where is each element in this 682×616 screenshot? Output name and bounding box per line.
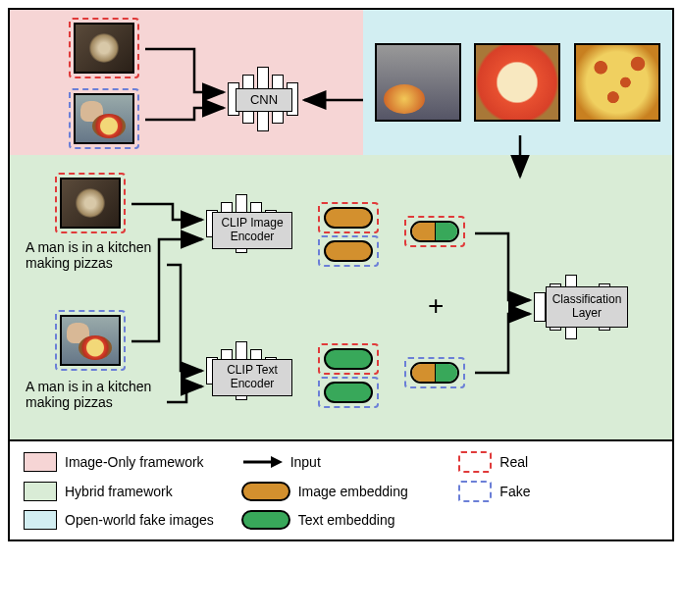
classification-layer-module: Classification Layer: [546, 286, 628, 328]
arrow-icon: [241, 452, 283, 472]
legend-text-embedding: Text embedding: [241, 510, 442, 530]
legend-label: Open-world fake images: [65, 512, 214, 528]
image-only-framework-region: CNN: [10, 10, 363, 155]
pink-arrows-icon: [10, 10, 363, 155]
legend-label: Input: [290, 454, 321, 470]
text-embedding-real: [324, 348, 373, 370]
hybrid-real-image-frame: [55, 173, 126, 233]
real-image-frame: [69, 18, 139, 78]
open-world-image-3: [574, 43, 660, 122]
fake-image-frame: [69, 88, 139, 149]
legend-dash-red: [458, 451, 492, 473]
legend-pill-orange: [241, 482, 290, 501]
legend-dash-blue: [458, 481, 492, 502]
legend-pill-green: [241, 510, 290, 530]
clip-image-encoder-module: CLIP Image Encoder: [212, 212, 292, 249]
legend-swatch-blue: [24, 510, 57, 530]
legend-hybrid: Hybrid framework: [24, 482, 224, 501]
legend: Image-Only framework Input Real Hybrid f…: [10, 439, 672, 539]
caption-bottom: A man is in a kitchen making pizzas: [26, 379, 181, 410]
legend-label: Image embedding: [298, 484, 408, 499]
legend-image-only: Image-Only framework: [24, 452, 224, 472]
legend-label: Fake: [499, 484, 530, 499]
legend-open-world: Open-world fake images: [24, 510, 224, 530]
fake-image-manpizza: [74, 93, 134, 144]
legend-swatch-green: [24, 482, 57, 501]
legend-real: Real: [458, 451, 658, 473]
combined-embedding-fake: [410, 362, 459, 384]
legend-fake: Fake: [458, 481, 658, 502]
legend-image-embedding: Image embedding: [241, 482, 442, 501]
real-image-kitchen: [74, 23, 134, 74]
image-emb-real-wrap: [318, 202, 379, 233]
top-row: CNN: [10, 10, 672, 155]
text-emb-fake-wrap: [318, 377, 379, 408]
text-emb-real-wrap: [318, 343, 379, 375]
clip-text-encoder-module: CLIP Text Encoder: [212, 359, 292, 396]
legend-label: Text embedding: [298, 512, 395, 528]
image-emb-fake-wrap: [318, 235, 379, 267]
hybrid-fake-image-frame: [55, 310, 126, 371]
legend-swatch-pink: [24, 452, 57, 472]
open-world-image-1: [375, 43, 461, 122]
hybrid-real-image: [60, 178, 121, 229]
legend-input: Input: [241, 452, 442, 472]
caption-top: A man is in a kitchen making pizzas: [26, 239, 181, 271]
legend-label: Image-Only framework: [65, 454, 204, 470]
cnn-module: CNN: [236, 88, 292, 112]
combined-emb-fake-wrap: [404, 357, 465, 388]
legend-label: Hybrid framework: [65, 484, 173, 499]
text-embedding-fake: [324, 382, 373, 403]
open-world-image-2: [474, 43, 560, 122]
hybrid-framework-region: A man is in a kitchen making pizzas A ma…: [10, 155, 672, 439]
plus-symbol: +: [428, 290, 444, 322]
open-world-region: [363, 10, 672, 155]
hybrid-fake-image: [60, 315, 121, 366]
image-embedding-real: [324, 207, 373, 229]
combined-emb-real-wrap: [404, 216, 465, 247]
combined-embedding-real: [410, 221, 459, 242]
diagram-frame: CNN: [8, 8, 674, 541]
legend-label: Real: [499, 454, 528, 470]
image-embedding-fake: [324, 240, 373, 262]
